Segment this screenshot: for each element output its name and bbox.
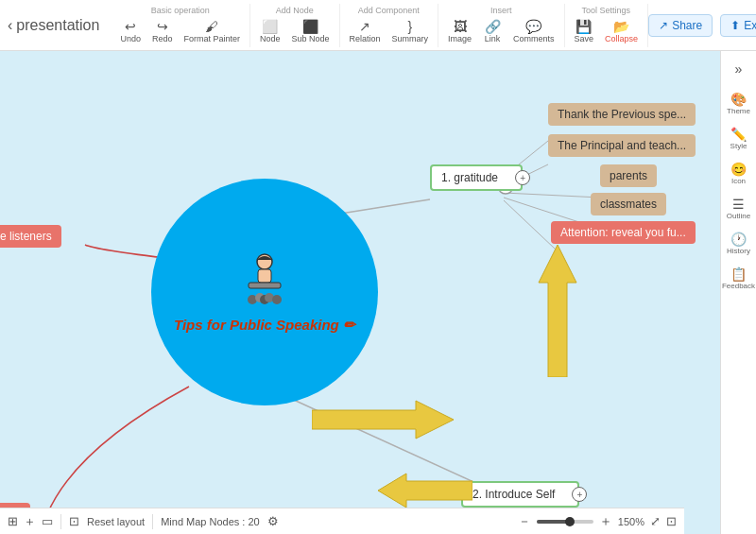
fullscreen-button[interactable]: ⤢	[650, 514, 661, 528]
parents-node[interactable]: parents	[600, 164, 657, 187]
svg-rect-10	[249, 283, 281, 288]
svg-point-15	[272, 295, 282, 304]
redo-label: Redo	[152, 34, 173, 43]
reset-layout-text[interactable]: Reset layout	[87, 516, 145, 527]
add-component-section: Add Component ↗ Relation } Summary	[340, 4, 439, 47]
bottom-separator	[60, 514, 61, 529]
sidebar-item-outline[interactable]: ☰ Outline	[723, 192, 755, 225]
summary-icon: }	[407, 19, 412, 34]
share-icon: ↗	[659, 19, 668, 32]
history-icon: 🕐	[730, 232, 747, 247]
image-button[interactable]: 🖼 Image	[444, 17, 475, 45]
left-arrow-introduce-annotation	[378, 472, 472, 509]
gratitude-add-btn[interactable]: +	[515, 170, 530, 185]
undo-label: Undo	[120, 34, 141, 43]
attention-node[interactable]: Attention: reveal you fu...	[551, 221, 696, 244]
collapse-button[interactable]: 📂 Collapse	[601, 17, 642, 45]
save-button[interactable]: 💾 Save	[571, 17, 598, 45]
undo-button[interactable]: ↩ Undo	[116, 17, 145, 45]
collapse-label: Collapse	[605, 34, 638, 43]
plus-icon[interactable]: ＋	[24, 513, 36, 530]
reset-layout-icon[interactable]: ⊡	[69, 514, 79, 528]
basic-operation-label: Basic operation	[151, 6, 210, 15]
zoom-percent: 150%	[618, 516, 644, 527]
center-circle: Tips for Public Speaking ✏	[151, 179, 378, 405]
link-button[interactable]: 🔗 Link	[479, 17, 506, 45]
sidebar-item-feedback[interactable]: 📋 Feedback	[723, 262, 755, 295]
svg-rect-9	[258, 269, 271, 283]
link-label: Link	[485, 34, 501, 43]
attention-label: Attention: reveal you fu...	[560, 226, 686, 239]
zoom-slider-fill	[537, 520, 568, 524]
share-label: Share	[672, 19, 702, 32]
relation-label: Relation	[350, 34, 381, 43]
comments-button[interactable]: 💬 Comments	[509, 17, 558, 45]
tool-settings-section: Tool Settings 💾 Save 📂 Collapse	[565, 4, 649, 47]
insert-label: Insert	[490, 6, 512, 15]
thank-prev-label: Thank the Previous spe...	[558, 108, 686, 121]
zoom-slider[interactable]	[537, 520, 593, 524]
back-button[interactable]: ‹ presentation	[8, 17, 99, 34]
theme-label: Theme	[727, 107, 750, 115]
node-count-text: Mind Map Nodes : 20	[161, 516, 260, 527]
expand-button[interactable]: ⊡	[666, 514, 677, 528]
link-icon: 🔗	[485, 19, 501, 34]
sidebar-item-history[interactable]: 🕐 History	[723, 227, 755, 260]
collapse-icon: 📂	[613, 19, 629, 34]
thank-prev-node[interactable]: Thank the Previous spe...	[548, 103, 696, 126]
export-icon: ⬆	[730, 19, 740, 32]
node-button[interactable]: ⬜ Node	[256, 17, 284, 45]
settings-icon[interactable]: ⚙	[267, 514, 279, 528]
relation-icon: ↗	[359, 19, 370, 34]
sidebar-item-icon[interactable]: 😊 Icon	[723, 157, 755, 190]
introduce-node[interactable]: 2. Introduce Self +	[461, 481, 579, 508]
tool-settings-items: 💾 Save 📂 Collapse	[571, 17, 643, 45]
svg-marker-18	[312, 401, 454, 439]
parents-label: parents	[610, 169, 647, 182]
toolbar-sections: Basic operation ↩ Undo ↪ Redo 🖌 Format P…	[111, 4, 648, 47]
relation-button[interactable]: ↗ Relation	[346, 17, 385, 45]
save-icon: 💾	[576, 19, 592, 34]
zoom-out-button[interactable]: －	[518, 513, 531, 530]
zoom-slider-thumb	[565, 517, 575, 526]
save-label: Save	[575, 34, 594, 43]
share-button[interactable]: ↗ Share	[648, 14, 713, 37]
sidebar-item-style[interactable]: ✏️ Style	[723, 122, 755, 155]
classmates-node[interactable]: classmates	[591, 193, 666, 215]
outline-icon: ☰	[732, 197, 745, 212]
canvas[interactable]: Tips for Public Speaking ✏ 1. gratitude …	[0, 51, 720, 534]
undo-icon: ↩	[125, 19, 136, 34]
bottombar: ⊞ ＋ ▭ ⊡ Reset layout Mind Map Nodes : 20…	[0, 508, 684, 534]
sub-node-button[interactable]: ⬛ Sub Node	[287, 17, 333, 45]
tool-settings-label: Tool Settings	[582, 6, 631, 15]
add-node-section: Add Node ⬜ Node ⬛ Sub Node	[250, 4, 340, 47]
sidebar-item-theme[interactable]: 🎨 Theme	[723, 87, 755, 120]
grid-icon[interactable]: ⊞	[8, 514, 18, 528]
sub-node-label: Sub Node	[291, 34, 329, 43]
listeners-node[interactable]: e the listeners	[0, 225, 61, 248]
monitor-icon[interactable]: ▭	[42, 514, 53, 528]
toolbar-right: ↗ Share ⬆ Export	[648, 14, 756, 37]
back-icon: ‹	[8, 17, 12, 34]
svg-line-6	[265, 387, 482, 486]
summary-button[interactable]: } Summary	[388, 17, 433, 45]
redo-button[interactable]: ↪ Redo	[148, 17, 177, 45]
summary-label: Summary	[392, 34, 429, 43]
style-label: Style	[730, 142, 747, 150]
comments-icon: 💬	[525, 19, 541, 34]
main-area: Tips for Public Speaking ✏ 1. gratitude …	[0, 51, 756, 534]
format-painter-label: Format Painter	[183, 34, 240, 43]
sidebar-collapse-button[interactable]: »	[723, 57, 755, 81]
svg-line-5	[504, 200, 556, 250]
principal-node[interactable]: The Principal and teach...	[548, 134, 696, 157]
node-label: Node	[260, 34, 281, 43]
add-node-label: Add Node	[276, 6, 314, 15]
introduce-add-btn[interactable]: +	[572, 487, 587, 502]
export-button[interactable]: ⬆ Export	[720, 14, 756, 37]
gratitude-node[interactable]: 1. gratitude +	[430, 164, 523, 191]
format-painter-button[interactable]: 🖌 Format Painter	[180, 17, 244, 45]
zoom-in-button[interactable]: ＋	[599, 513, 612, 530]
toolbar: ‹ presentation Basic operation ↩ Undo ↪ …	[0, 0, 756, 51]
insert-items: 🖼 Image 🔗 Link 💬 Comments	[444, 17, 558, 45]
basic-operation-section: Basic operation ↩ Undo ↪ Redo 🖌 Format P…	[111, 4, 250, 47]
